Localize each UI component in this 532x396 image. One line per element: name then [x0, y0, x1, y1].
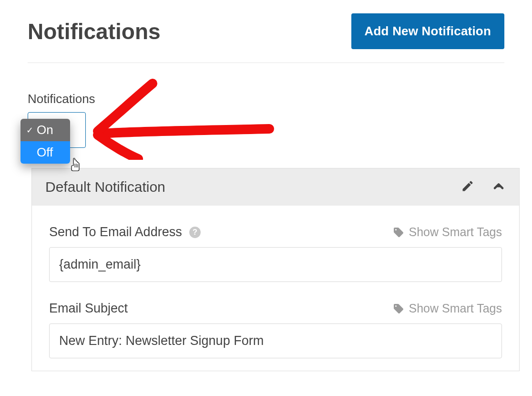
- toggle-dropdown[interactable]: ✓ On Off: [20, 119, 70, 164]
- panel-title: Default Notification: [45, 179, 165, 195]
- subject-input[interactable]: [49, 323, 502, 358]
- subject-field-row: Email Subject Show Smart Tags: [49, 301, 502, 316]
- annotation-arrow-icon: [91, 79, 286, 160]
- page-title: Notifications: [28, 19, 161, 44]
- subject-smart-tags-label: Show Smart Tags: [409, 302, 502, 315]
- send-to-field-row: Send To Email Address ? Show Smart Tags: [49, 225, 502, 240]
- help-icon[interactable]: ?: [189, 226, 201, 239]
- send-to-smart-tags-label: Show Smart Tags: [409, 225, 502, 239]
- dropdown-option-off[interactable]: Off: [20, 141, 70, 164]
- send-to-label-text: Send To Email Address: [49, 225, 182, 240]
- chevron-up-icon[interactable]: [491, 179, 506, 195]
- notification-panel: Default Notification Send To Email Addre…: [31, 168, 520, 371]
- subject-label-text: Email Subject: [49, 301, 128, 316]
- svg-text:?: ?: [193, 228, 197, 236]
- tag-icon: [393, 303, 404, 314]
- page-header: Notifications Add New Notification: [28, 13, 504, 63]
- send-to-input[interactable]: [49, 247, 502, 282]
- send-to-smart-tags-button[interactable]: Show Smart Tags: [393, 225, 502, 239]
- subject-label: Email Subject: [49, 301, 128, 316]
- panel-header-actions: [461, 179, 506, 195]
- send-to-label: Send To Email Address ?: [49, 225, 201, 240]
- notifications-toggle[interactable]: ✓ On Off: [28, 112, 90, 148]
- panel-header[interactable]: Default Notification: [32, 168, 519, 206]
- dropdown-option-off-label: Off: [37, 145, 53, 160]
- panel-body: Send To Email Address ? Show Smart Tags …: [32, 206, 519, 371]
- notifications-toggle-label: Notifications: [28, 92, 504, 106]
- checkmark-icon: ✓: [25, 125, 34, 135]
- subject-smart-tags-button[interactable]: Show Smart Tags: [393, 302, 502, 315]
- add-new-notification-button[interactable]: Add New Notification: [351, 13, 504, 49]
- tag-icon: [393, 227, 404, 238]
- edit-icon[interactable]: [461, 179, 474, 195]
- dropdown-option-on[interactable]: ✓ On: [20, 119, 70, 141]
- dropdown-option-on-label: On: [37, 123, 53, 137]
